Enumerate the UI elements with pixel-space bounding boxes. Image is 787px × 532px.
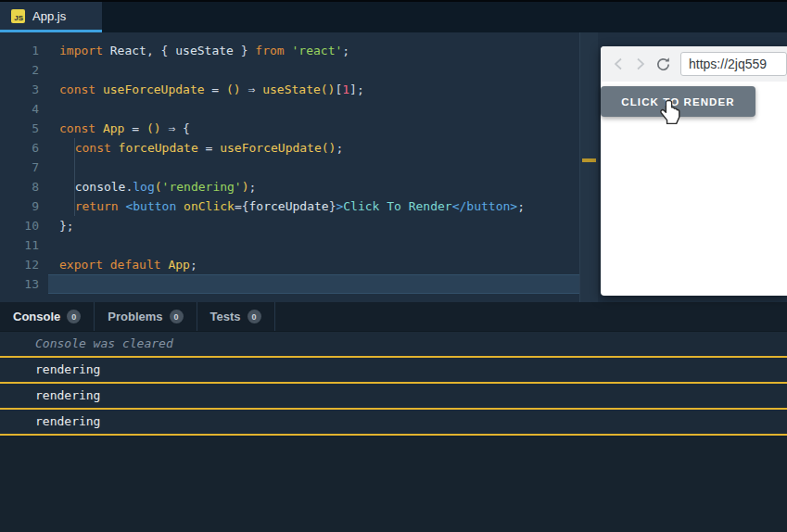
- code-text: const useForceUpdate = () ⇒ useState()[1…: [39, 82, 364, 96]
- tab-app-js[interactable]: JS App.js: [0, 2, 102, 32]
- console-log-row: rendering: [0, 410, 787, 436]
- console-tab-label: Problems: [108, 310, 162, 323]
- code-text: [39, 238, 59, 252]
- code-text: const forceUpdate = useForceUpdate();: [39, 141, 343, 155]
- console-log-row: rendering: [0, 384, 787, 410]
- line-number: 1: [0, 41, 39, 60]
- code-text: };: [39, 219, 74, 233]
- browser-preview-panel: CLICK TO RENDER: [601, 46, 787, 296]
- console-tab-console[interactable]: Console0: [0, 302, 95, 331]
- code-text: return <button onClick={forceUpdate}>Cli…: [39, 199, 525, 213]
- count-badge: 0: [248, 310, 261, 323]
- code-text: export default App;: [39, 258, 197, 272]
- console-output: Console was clearedrenderingrenderingren…: [0, 332, 787, 436]
- code-text: const App = () ⇒ {: [39, 121, 190, 135]
- js-file-icon: JS: [11, 9, 25, 23]
- line-number: 9: [0, 196, 39, 216]
- count-badge: 0: [67, 310, 81, 323]
- console-info-row: Console was cleared: [0, 332, 787, 358]
- overview-ruler-warning-mark: [582, 158, 596, 162]
- forward-chevron-icon[interactable]: [632, 55, 649, 73]
- code-text: [39, 160, 75, 174]
- url-input[interactable]: [680, 52, 787, 76]
- line-number: 13: [0, 274, 39, 294]
- line-number: 8: [0, 177, 39, 196]
- line-number: 6: [0, 138, 39, 158]
- hand-pointer-cursor: [658, 99, 682, 129]
- codesandbox-window: JS App.js 1import React, { useState } fr…: [0, 0, 787, 532]
- line-number: 5: [0, 119, 39, 138]
- indent-guide: [74, 158, 75, 177]
- console-tab-problems[interactable]: Problems0: [95, 302, 197, 331]
- line-number: 7: [0, 158, 39, 177]
- editor-scrollbar[interactable]: [579, 32, 598, 302]
- code-text: [39, 277, 59, 291]
- console-tab-label: Tests: [210, 310, 241, 323]
- console-tab-tests[interactable]: Tests0: [197, 302, 275, 331]
- code-text: [39, 63, 59, 77]
- line-number: 10: [0, 216, 39, 235]
- count-badge: 0: [170, 310, 184, 323]
- tab-label: App.js: [32, 9, 66, 23]
- line-number: 12: [0, 255, 39, 274]
- refresh-icon[interactable]: [654, 55, 671, 73]
- current-line-highlight: [48, 274, 590, 294]
- code-text: import React, { useState } from 'react';: [39, 44, 349, 57]
- line-number: 11: [0, 235, 39, 255]
- line-number: 3: [0, 80, 39, 99]
- browser-navigation-bar: [601, 46, 787, 82]
- editor-tabbar: JS App.js: [0, 2, 787, 32]
- console-tabbar: Console0Problems0Tests0: [0, 302, 787, 332]
- code-text: [39, 102, 59, 116]
- line-number: 4: [0, 99, 39, 119]
- console-panel: Console0Problems0Tests0 Console was clea…: [0, 302, 787, 532]
- console-tab-label: Console: [13, 310, 60, 323]
- line-number: 2: [0, 60, 39, 80]
- code-text: console.log('rendering');: [39, 180, 256, 194]
- console-log-row: rendering: [0, 358, 787, 384]
- back-chevron-icon[interactable]: [610, 55, 627, 73]
